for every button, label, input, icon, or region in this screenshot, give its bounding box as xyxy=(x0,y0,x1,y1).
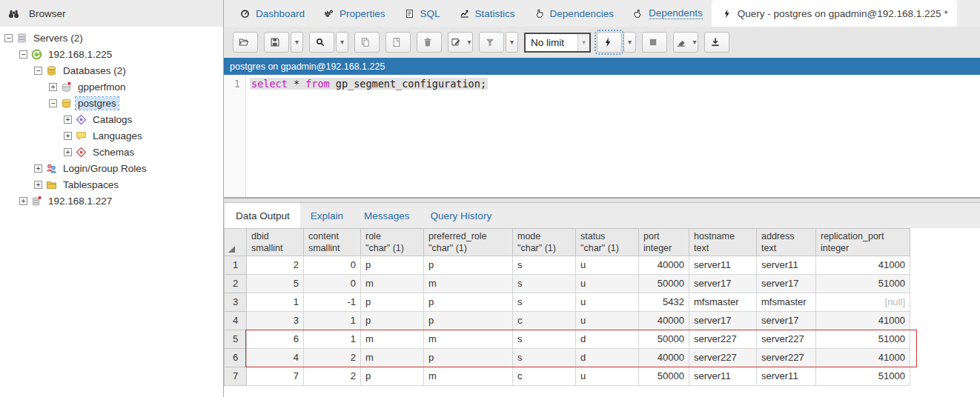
cell-port[interactable]: 50000 xyxy=(639,275,689,293)
filter-button-caret[interactable]: ▾ xyxy=(506,32,518,53)
column-header-status[interactable]: status"char" (1) xyxy=(576,229,639,256)
column-header-content[interactable]: contentsmallint xyxy=(304,229,361,256)
cell-replication_port[interactable]: 41000 xyxy=(816,312,910,330)
row-number[interactable]: 5 xyxy=(225,330,247,349)
cell-address[interactable]: mfsmaster xyxy=(757,293,816,312)
expander-icon[interactable]: − xyxy=(19,50,27,59)
cell-preferred_role[interactable]: p xyxy=(424,293,513,312)
cell-hostname[interactable]: server17 xyxy=(689,275,757,293)
cell-role[interactable]: m xyxy=(361,330,424,349)
cell-address[interactable]: server11 xyxy=(757,367,816,386)
cell-preferred_role[interactable]: p xyxy=(424,349,513,367)
cell-replication_port[interactable]: 51000 xyxy=(816,330,910,349)
cell-address[interactable]: server227 xyxy=(757,349,816,367)
cell-content[interactable]: 1 xyxy=(304,312,361,330)
paste-button[interactable] xyxy=(385,32,411,53)
execute-button[interactable] xyxy=(597,32,622,53)
cell-mode[interactable]: s xyxy=(513,349,576,367)
cell-preferred_role[interactable]: p xyxy=(424,312,513,330)
stop-button[interactable] xyxy=(642,32,667,53)
cell-preferred_role[interactable]: m xyxy=(424,275,513,293)
tab-properties[interactable]: Properties xyxy=(314,0,394,27)
output-tab-query-history[interactable]: Query History xyxy=(420,203,503,228)
cell-content[interactable]: 0 xyxy=(304,275,361,293)
cell-role[interactable]: p xyxy=(361,256,424,275)
save-button-caret[interactable]: ▾ xyxy=(291,32,303,53)
cell-replication_port[interactable]: [null] xyxy=(816,293,910,312)
cell-preferred_role[interactable]: m xyxy=(424,367,513,386)
cell-port[interactable]: 40000 xyxy=(639,349,689,367)
cell-port[interactable]: 40000 xyxy=(639,312,689,330)
tab-dependencies[interactable]: Dependencies xyxy=(524,0,623,27)
find-button-caret[interactable]: ▾ xyxy=(336,32,348,53)
expander-icon[interactable]: − xyxy=(4,34,13,42)
sql-editor[interactable]: 1 select * from gp_segment_configuration… xyxy=(224,75,980,197)
tree-item-languages[interactable]: +Languages xyxy=(0,127,223,144)
cell-dbid[interactable]: 2 xyxy=(247,256,304,275)
row-number[interactable]: 2 xyxy=(225,275,247,293)
tab-statistics[interactable]: Statistics xyxy=(449,0,524,27)
row-number[interactable]: 3 xyxy=(225,293,247,312)
column-header-replication_port[interactable]: replication_portinteger xyxy=(816,229,910,256)
expander-icon[interactable]: − xyxy=(34,67,42,75)
expander-icon[interactable]: + xyxy=(19,197,27,205)
filter-button[interactable] xyxy=(479,32,504,53)
delete-button[interactable] xyxy=(417,32,442,53)
output-tab-data-output[interactable]: Data Output xyxy=(225,203,300,228)
cell-mode[interactable]: s xyxy=(513,293,576,312)
copy-button[interactable] xyxy=(354,32,380,53)
row-limit-select[interactable]: No limit▾ xyxy=(524,33,591,53)
cell-mode[interactable]: s xyxy=(513,256,576,275)
cell-address[interactable]: server17 xyxy=(757,275,816,293)
cell-hostname[interactable]: mfsmaster xyxy=(689,293,757,312)
row-number[interactable]: 1 xyxy=(225,256,247,275)
cell-status[interactable]: u xyxy=(576,312,639,330)
output-tab-messages[interactable]: Messages xyxy=(354,203,420,228)
cell-content[interactable]: 2 xyxy=(304,349,361,367)
cell-status[interactable]: u xyxy=(576,275,639,293)
panel-splitter[interactable] xyxy=(224,197,980,203)
save-button[interactable] xyxy=(264,32,289,53)
tree-item-servers[interactable]: −Servers (2) xyxy=(0,30,223,46)
cell-address[interactable]: server11 xyxy=(757,256,816,275)
row-number[interactable]: 4 xyxy=(225,312,247,330)
tree-item-db-gpperfmon[interactable]: +gpperfmon xyxy=(0,79,223,95)
tree-item-tablespaces[interactable]: +Tablespaces xyxy=(0,176,223,193)
output-tab-explain[interactable]: Explain xyxy=(300,203,354,228)
cell-hostname[interactable]: server227 xyxy=(689,330,757,349)
cell-replication_port[interactable]: 51000 xyxy=(816,275,910,293)
expander-icon[interactable]: − xyxy=(49,99,57,107)
cell-content[interactable]: 2 xyxy=(304,367,361,386)
cell-role[interactable]: p xyxy=(361,293,424,312)
cell-mode[interactable]: c xyxy=(513,367,576,386)
cell-role[interactable]: p xyxy=(361,312,424,330)
cell-preferred_role[interactable]: p xyxy=(424,256,513,275)
tree-item-server-192-168-1-227[interactable]: +192.168.1.227 xyxy=(0,193,223,209)
cell-role[interactable]: p xyxy=(361,367,424,386)
tab-dependents[interactable]: Dependents xyxy=(623,0,712,27)
row-number[interactable]: 6 xyxy=(225,349,247,367)
tab-query[interactable]: Query - postgres on gpadmin@192.168.1.22… xyxy=(712,0,957,27)
column-header-role[interactable]: role"char" (1) xyxy=(361,229,424,256)
cell-status[interactable]: d xyxy=(576,330,639,349)
tab-sql[interactable]: SQL xyxy=(394,0,449,27)
row-number[interactable]: 7 xyxy=(225,367,247,386)
tree-item-catalogs[interactable]: +Catalogs xyxy=(0,111,223,127)
cell-replication_port[interactable]: 41000 xyxy=(816,256,910,275)
cell-preferred_role[interactable]: m xyxy=(424,330,513,349)
cell-role[interactable]: m xyxy=(361,349,424,367)
tree-item-server-192-168-1-225[interactable]: −192.168.1.225 xyxy=(0,46,223,62)
cell-replication_port[interactable]: 51000 xyxy=(816,367,910,386)
cell-status[interactable]: u xyxy=(576,293,639,312)
edit-button[interactable]: ▾ xyxy=(448,32,473,53)
cell-dbid[interactable]: 5 xyxy=(247,275,304,293)
find-button[interactable] xyxy=(309,32,334,53)
cell-content[interactable]: 0 xyxy=(304,256,361,275)
cell-hostname[interactable]: server227 xyxy=(689,349,757,367)
tree-item-db-postgres[interactable]: −postgres xyxy=(0,95,223,111)
sql-code-area[interactable]: select * from gp_segment_configuration; xyxy=(246,75,980,197)
expander-icon[interactable]: + xyxy=(64,116,72,124)
cell-content[interactable]: -1 xyxy=(304,293,361,312)
cell-address[interactable]: server17 xyxy=(757,312,816,330)
cell-mode[interactable]: s xyxy=(513,275,576,293)
